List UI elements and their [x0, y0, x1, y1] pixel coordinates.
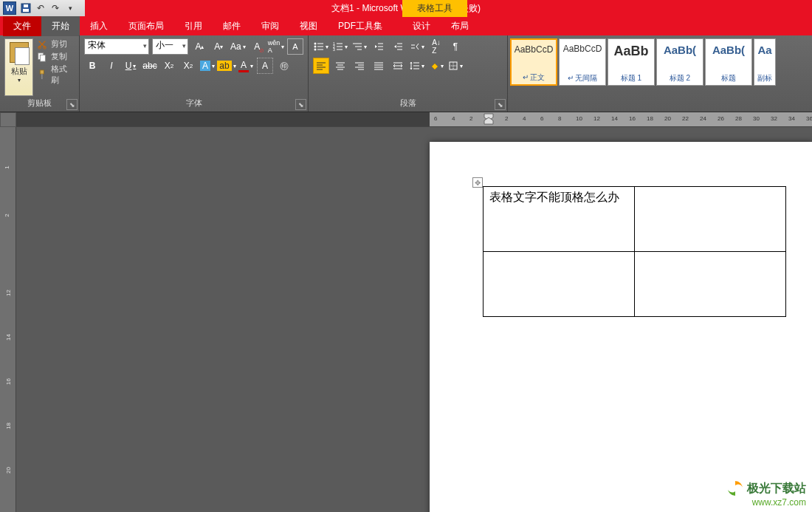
- chevron-down-icon: ▾: [182, 42, 186, 50]
- change-case-button[interactable]: Aa: [230, 38, 246, 55]
- indent-marker-icon[interactable]: [484, 113, 494, 125]
- enclose-characters-button[interactable]: ㊞: [276, 58, 292, 74]
- save-icon[interactable]: [19, 1, 32, 15]
- decrease-indent-button[interactable]: [371, 38, 387, 55]
- table-row: [484, 252, 786, 317]
- strikethrough-button[interactable]: abc: [142, 58, 158, 74]
- horizontal-ruler[interactable]: 6 4 2 2 4 6 8 10 12 14 16 18 20 22 24 26…: [16, 112, 812, 127]
- font-group: 宋体▾ 小一▾ A▴ A▾ Aa A⊘ wênA A B I U abc X2 …: [80, 35, 309, 112]
- justify-button[interactable]: [371, 58, 387, 74]
- font-name-dropdown[interactable]: 宋体▾: [84, 38, 149, 55]
- align-right-button[interactable]: [351, 58, 368, 74]
- tab-home[interactable]: 开始: [41, 16, 80, 36]
- asian-layout-button[interactable]: [409, 38, 425, 55]
- font-launcher-icon[interactable]: ⬊: [295, 99, 306, 110]
- cut-button[interactable]: 剪切: [36, 38, 75, 50]
- phonetic-guide-button[interactable]: wênA: [268, 38, 284, 55]
- paragraph-launcher-icon[interactable]: ⬊: [495, 99, 506, 110]
- svg-point-11: [314, 46, 317, 48]
- outdent-icon: [374, 41, 384, 52]
- align-left-button[interactable]: [313, 58, 329, 74]
- tab-table-design[interactable]: 设计: [402, 16, 441, 36]
- content-area: 1 2 12 14 16 18 20 6 4 2 2 4 6 8 10 12 1…: [0, 112, 812, 512]
- document-canvas[interactable]: ✥ 表格文字不能顶格怎么办: [430, 127, 812, 512]
- cut-icon: [36, 39, 48, 50]
- style-normal[interactable]: AaBbCcD↵ 正文: [510, 38, 557, 86]
- multilevel-list-button[interactable]: [351, 38, 368, 55]
- superscript-button[interactable]: X2: [180, 58, 196, 74]
- increase-indent-button[interactable]: [390, 38, 406, 55]
- tab-table-layout[interactable]: 布局: [441, 16, 479, 36]
- table-cell[interactable]: 表格文字不能顶格怎么办: [484, 187, 635, 252]
- format-painter-button[interactable]: 格式刷: [36, 64, 75, 86]
- character-border-button[interactable]: A: [287, 38, 303, 55]
- show-marks-button[interactable]: ¶: [447, 38, 464, 55]
- ribbon: 粘贴 ▾ 剪切 复制 格式刷 剪贴板 ⬊ 宋体▾ 小一▾ A▴ A▾ Aa A⊘…: [0, 35, 812, 112]
- table-tools-context-tab: 表格工具: [402, 0, 467, 17]
- font-color-swatch: [238, 70, 249, 72]
- tab-review[interactable]: 审阅: [251, 16, 289, 36]
- word-app-icon[interactable]: W: [3, 1, 16, 15]
- font-size-dropdown[interactable]: 小一▾: [152, 38, 189, 55]
- numbering-button[interactable]: 123: [332, 38, 348, 55]
- tab-mail[interactable]: 邮件: [213, 16, 251, 36]
- bold-button[interactable]: B: [84, 58, 100, 74]
- text-effects-button[interactable]: A: [199, 58, 216, 74]
- svg-text:3: 3: [333, 47, 335, 52]
- shrink-font-button[interactable]: A▾: [210, 38, 227, 55]
- tab-view[interactable]: 视图: [289, 16, 328, 36]
- paste-button[interactable]: 粘贴 ▾: [4, 38, 33, 96]
- ruler-corner[interactable]: [0, 112, 16, 127]
- sort-button[interactable]: A↓Z: [428, 38, 444, 55]
- table-cell[interactable]: [484, 252, 635, 317]
- clear-format-button[interactable]: A⊘: [249, 38, 265, 55]
- line-spacing-icon: [410, 61, 420, 71]
- character-shading-button[interactable]: A: [257, 58, 273, 74]
- line-spacing-button[interactable]: [409, 58, 425, 74]
- tab-file[interactable]: 文件: [3, 16, 41, 36]
- italic-button[interactable]: I: [103, 58, 120, 74]
- page[interactable]: ✥ 表格文字不能顶格怎么办: [430, 142, 812, 512]
- tab-references[interactable]: 引用: [174, 16, 213, 36]
- grow-font-button[interactable]: A▴: [191, 38, 207, 55]
- watermark-logo-icon: [726, 479, 744, 497]
- vertical-ruler[interactable]: 1 2 12 14 16 18 20: [0, 112, 16, 512]
- quick-access-toolbar: ↶ ↷ ▾: [19, 1, 77, 15]
- style-heading2[interactable]: AaBb(标题 2: [656, 38, 703, 86]
- bullets-button[interactable]: [313, 38, 329, 55]
- table-move-handle-icon[interactable]: ✥: [472, 177, 483, 188]
- tab-page-layout[interactable]: 页面布局: [118, 16, 174, 36]
- style-heading1[interactable]: AaBb标题 1: [608, 38, 655, 86]
- table-row: 表格文字不能顶格怎么办: [484, 187, 786, 252]
- borders-icon: [448, 61, 458, 71]
- subscript-button[interactable]: X2: [161, 58, 177, 74]
- style-subtitle[interactable]: Aa副标: [754, 38, 776, 86]
- qat-dropdown-icon[interactable]: ▾: [63, 1, 77, 15]
- table-cell[interactable]: [635, 187, 786, 252]
- copy-button[interactable]: 复制: [36, 51, 75, 62]
- underline-button[interactable]: U: [123, 58, 139, 74]
- watermark-url: www.xz7.com: [726, 497, 806, 508]
- clipboard-group-label: 剪贴板: [4, 96, 75, 109]
- paragraph-group-label: 段落: [313, 96, 503, 109]
- document-table[interactable]: 表格文字不能顶格怎么办: [483, 186, 786, 317]
- watermark-text: 极光下载站: [747, 481, 806, 496]
- paragraph-group: 123 A↓Z ¶ 段落 ⬊: [309, 35, 508, 112]
- style-title[interactable]: AaBb(标题: [705, 38, 752, 86]
- shading-button[interactable]: [428, 58, 444, 74]
- undo-icon[interactable]: ↶: [34, 1, 47, 15]
- svg-point-9: [314, 43, 317, 45]
- redo-icon[interactable]: ↷: [49, 1, 62, 15]
- tab-pdf-tools[interactable]: PDF工具集: [328, 16, 393, 36]
- font-color-button[interactable]: A: [238, 58, 254, 74]
- ruler-margin-area: [16, 112, 430, 126]
- distributed-button[interactable]: [390, 58, 406, 74]
- style-no-spacing[interactable]: AaBbCcD↵ 无间隔: [559, 38, 606, 86]
- tab-insert[interactable]: 插入: [80, 16, 118, 36]
- align-right-icon: [354, 61, 365, 71]
- highlight-button[interactable]: ab: [219, 58, 235, 74]
- table-cell[interactable]: [635, 252, 786, 317]
- borders-button[interactable]: [447, 58, 464, 74]
- clipboard-launcher-icon[interactable]: ⬊: [66, 99, 78, 110]
- align-center-button[interactable]: [332, 58, 348, 74]
